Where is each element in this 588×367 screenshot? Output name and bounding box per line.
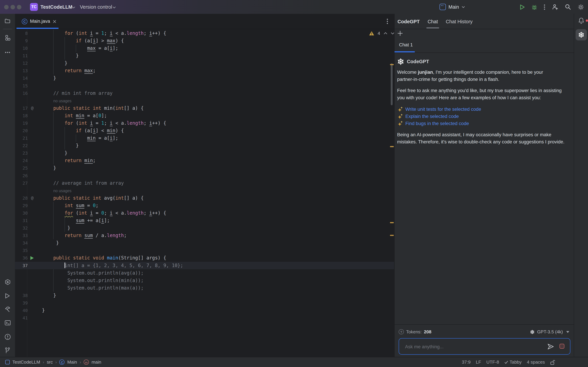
code-line[interactable]: 26 xyxy=(15,172,394,179)
tabby-status[interactable]: Tabby xyxy=(504,359,521,365)
tab-main-java[interactable]: C Main.java xyxy=(22,14,56,29)
problems-icon[interactable] xyxy=(4,334,11,340)
code-line[interactable]: 30 for (int i = 0; i < a.length; i++) { xyxy=(15,209,394,217)
code-line[interactable]: System.out.println(avg(a)); xyxy=(15,269,394,277)
suggestion-find-bugs[interactable]: Find bugs in the selected code xyxy=(398,120,569,127)
chat-tab-1[interactable]: Chat 1 xyxy=(399,42,413,48)
suggestion-explain-code[interactable]: Explain the selected code xyxy=(398,113,569,120)
code-line[interactable]: 8 for (int i = 1; i < a.length; i++) { xyxy=(15,30,394,37)
code-line[interactable]: 11 } xyxy=(15,52,394,59)
code-line[interactable]: 31 sum += a[i]; xyxy=(15,217,394,224)
run-tool-icon[interactable] xyxy=(4,293,10,299)
warning-stripe-mark[interactable] xyxy=(390,146,394,147)
tab-chat-history[interactable]: Chat History xyxy=(446,18,473,24)
suggestion-write-tests[interactable]: Write unit tests for the selected code xyxy=(398,106,569,113)
warning-stripe-mark[interactable] xyxy=(390,64,394,65)
code-with-me-icon[interactable] xyxy=(552,4,558,10)
help-question-icon[interactable]: ? xyxy=(399,329,404,334)
usages-inlay-hint[interactable]: no usages xyxy=(53,188,71,193)
search-icon[interactable] xyxy=(565,4,571,10)
breadcrumb-class[interactable]: Main xyxy=(67,359,77,365)
code-line[interactable]: 32 } xyxy=(15,224,394,232)
panel-title[interactable]: CodeGPT xyxy=(398,18,420,24)
window-zoom-button[interactable] xyxy=(17,5,21,9)
run-button[interactable] xyxy=(519,4,525,10)
new-chat-button[interactable] xyxy=(398,31,403,36)
code-line[interactable]: 24 return min; xyxy=(15,157,394,165)
code-line[interactable]: 38 } xyxy=(15,292,394,299)
code-line[interactable]: System.out.println(min(a)); xyxy=(15,277,394,284)
code-line[interactable]: 28@ public static int avg(int[] a) { xyxy=(15,194,394,202)
build-hammer-icon[interactable] xyxy=(4,306,11,313)
code-line[interactable]: 9 if (a[i] > max) { xyxy=(15,37,394,44)
code-line[interactable]: 34 } xyxy=(15,239,394,247)
services-icon[interactable] xyxy=(4,279,11,285)
code-line[interactable]: 22 } xyxy=(15,142,394,149)
file-encoding[interactable]: UTF-8 xyxy=(486,359,499,365)
tab-chat[interactable]: Chat xyxy=(428,18,438,24)
code-line[interactable]: 14 } xyxy=(15,75,394,82)
code-line[interactable]: 23 } xyxy=(15,149,394,157)
lock-open-icon[interactable] xyxy=(550,359,555,365)
codegpt-tool-window-button[interactable] xyxy=(576,29,587,41)
annotation-gutter-icon[interactable]: @ xyxy=(28,194,37,202)
code-line[interactable]: no usages xyxy=(15,97,394,104)
chat-input[interactable] xyxy=(404,338,529,355)
breadcrumb-src[interactable]: src xyxy=(47,359,53,365)
vcs-menu[interactable]: Version control xyxy=(80,4,112,10)
code-line[interactable]: 36 public static void main(String[] args… xyxy=(15,254,394,262)
send-icon[interactable] xyxy=(547,343,554,350)
run-line-gutter-icon[interactable] xyxy=(28,254,37,262)
more-actions-button[interactable] xyxy=(544,4,545,10)
caret-position[interactable]: 37:9 xyxy=(462,359,470,365)
project-folder-icon[interactable] xyxy=(4,18,10,24)
stop-icon[interactable] xyxy=(559,344,564,349)
code-line[interactable]: 19 for (int i = 1; i < a.length; i++) { xyxy=(15,119,394,127)
code-line[interactable]: 15 xyxy=(15,82,394,90)
notifications-bell-icon[interactable] xyxy=(578,17,585,24)
window-minimize-button[interactable] xyxy=(10,5,15,9)
terminal-icon[interactable] xyxy=(4,320,11,326)
indent-setting[interactable]: 4 spaces xyxy=(527,359,545,365)
model-selector[interactable]: GPT-3.5 (4k) xyxy=(530,329,569,334)
code-line[interactable]: 33 return sum / a.length; xyxy=(15,232,394,239)
project-menu[interactable]: TestCodeLLM xyxy=(41,4,72,10)
debug-button[interactable] xyxy=(531,4,537,10)
code-line[interactable]: 40} xyxy=(15,307,394,314)
prev-warning-icon[interactable] xyxy=(383,32,387,34)
code-line[interactable]: 18 int min = a[0]; xyxy=(15,112,394,119)
breadcrumb-method[interactable]: main xyxy=(92,359,101,365)
code-line[interactable]: 39 xyxy=(15,299,394,307)
code-line[interactable]: no usages xyxy=(15,187,394,194)
inspections-widget[interactable]: 4 xyxy=(369,31,394,36)
more-tool-windows-icon[interactable] xyxy=(4,50,10,55)
next-warning-icon[interactable] xyxy=(391,32,394,34)
code-line[interactable]: 12 } xyxy=(15,59,394,67)
code-line[interactable]: 17@ public static int min(int[] a) { xyxy=(15,104,394,112)
code-line[interactable]: System.out.println(max(a)); xyxy=(15,284,394,292)
code-line[interactable]: 21 min = a[i]; xyxy=(15,134,394,142)
code-line[interactable]: 20 if (a[i] < min) { xyxy=(15,127,394,134)
breadcrumb-project[interactable]: TestCodeLLM xyxy=(12,359,40,365)
warning-stripe-mark[interactable] xyxy=(390,235,394,236)
usages-inlay-hint[interactable]: no usages xyxy=(53,99,71,103)
close-tab-icon[interactable] xyxy=(53,20,56,23)
code-viewport[interactable]: 8 for (int i = 1; i < a.length; i++) {9 … xyxy=(15,29,394,357)
settings-gear-icon[interactable] xyxy=(578,4,584,10)
code-line[interactable]: 37 int[] a = {1, 2, 3, 4, 5, 6, 7, 8, 9,… xyxy=(15,262,394,269)
code-line[interactable]: 41 xyxy=(15,314,394,322)
code-line[interactable]: 25 } xyxy=(15,165,394,172)
tab-options-icon[interactable] xyxy=(387,18,388,24)
code-line[interactable]: 27 // average int from array xyxy=(15,179,394,187)
code-line[interactable]: 29 int sum = 0; xyxy=(15,202,394,209)
code-line[interactable]: 16 // min int from array xyxy=(15,90,394,97)
code-line[interactable]: 35 xyxy=(15,247,394,254)
chat-input-box[interactable] xyxy=(399,338,570,355)
line-ending[interactable]: LF xyxy=(476,359,481,365)
code-line[interactable]: 10 max = a[i]; xyxy=(15,44,394,52)
window-close-button[interactable] xyxy=(4,5,9,9)
run-configuration-selector[interactable]: Main xyxy=(440,4,465,10)
warning-stripe-mark[interactable] xyxy=(390,222,394,223)
annotation-gutter-icon[interactable]: @ xyxy=(28,104,37,112)
code-line[interactable]: 13 return max; xyxy=(15,67,394,75)
